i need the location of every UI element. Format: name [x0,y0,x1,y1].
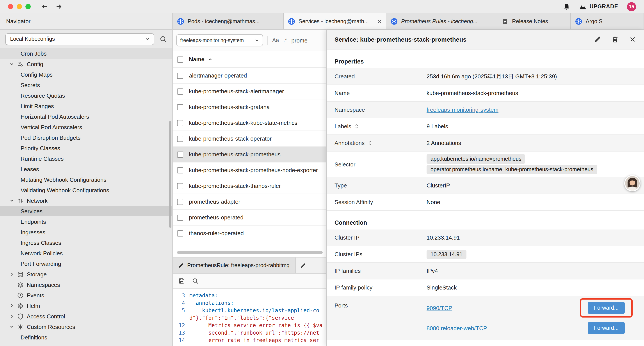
dock-tab-prometheusrule[interactable]: PrometheusRule: freeleaps-prod-rabbitmq [173,258,296,273]
chip-line: app.kubernetes.io/name=prometheus [426,154,636,164]
table-row[interactable]: prometheus-operated [173,210,326,226]
match-case-toggle[interactable]: Aa [272,37,279,43]
notification-count-badge[interactable]: 15 [627,2,636,11]
search-input[interactable] [291,37,322,43]
sidebar-item-pod-disruption-budgets[interactable]: Pod Disruption Budgets [0,132,172,143]
row-checkbox[interactable] [177,183,183,189]
navigator-tree: Cron JobsConfigConfig MapsSecretsResourc… [0,48,172,346]
sidebar-item-ingress-classes[interactable]: Ingress Classes [0,237,172,248]
sidebar-scrollbar[interactable] [169,121,172,228]
sidebar-item-config[interactable]: Config [0,59,172,69]
row-checkbox[interactable] [177,88,183,94]
table-row[interactable]: alertmanager-operated [173,68,326,84]
sidebar-item-network[interactable]: Network [0,195,172,206]
tab-release-notes[interactable]: Release Notes [497,13,571,29]
table-row[interactable]: kube-prometheus-stack-grafana [173,99,326,115]
row-checkbox[interactable] [177,151,183,157]
column-header-name[interactable]: Name [189,56,213,63]
forward-button[interactable]: Forward... [588,322,625,334]
chevron-right-icon [10,314,14,319]
row-checkbox[interactable] [177,72,183,79]
table-row[interactable]: kube-prometheus-stack-kube-state-metrics [173,115,326,131]
kubeconfig-select[interactable]: Local Kubeconfigs [5,33,154,45]
select-all-checkbox[interactable] [177,56,183,62]
sidebar-item-custom-resources[interactable]: Custom Resources [0,322,172,332]
sidebar-item-leases[interactable]: Leases [0,164,172,174]
sidebar-item-vertical-pod-autoscalers[interactable]: Vertical Pod Autoscalers [0,122,172,132]
port-link[interactable]: 8080:reloader-web/TCP [426,325,487,331]
table-row[interactable]: thanos-ruler-operated [173,226,326,241]
close-tab-icon[interactable]: × [376,18,382,24]
sidebar-item-network-policies[interactable]: Network Policies [0,248,172,258]
tab-pods-icecheng-mathmas[interactable]: Pods - icecheng@mathmas... [173,13,284,29]
yaml-editor[interactable]: 3metadata:4 annotations:5 kubectl.kubern… [173,289,326,346]
sidebar-item-resource-quotas[interactable]: Resource Quotas [0,90,172,101]
detail-row-cluster-ips: Cluster IPs10.233.14.91 [326,246,644,263]
close-window-button[interactable] [8,4,13,9]
delete-icon[interactable] [612,36,618,43]
port-row: 9090/TCPForward... [426,298,636,318]
sidebar-item-mutating-webhook-configurations[interactable]: Mutating Webhook Configurations [0,174,172,185]
dock-tab-partial[interactable] [296,258,326,273]
edit-icon[interactable] [594,36,601,43]
table-row[interactable]: kube-prometheus-stack-alertmanager [173,84,326,99]
sidebar-search-icon[interactable] [160,35,167,43]
sidebar-item-priority-classes[interactable]: Priority Classes [0,143,172,153]
notifications-bell-icon[interactable] [563,3,570,10]
sidebar-item-port-forwarding[interactable]: Port Forwarding [0,258,172,269]
namespace-link[interactable]: freeleaps-monitoring-system [426,106,498,113]
upgrade-button[interactable]: UPGRADE [579,3,618,10]
regex-toggle[interactable]: .* [284,37,287,43]
row-checkbox[interactable] [177,136,183,142]
tab-services-icecheng-math[interactable]: Services - icecheng@math...× [284,13,386,29]
table-row[interactable]: prometheus-adapter [173,194,326,210]
sidebar-item-events[interactable]: Events [0,290,172,301]
table-row[interactable]: kube-prometheus-stack-prometheus [173,147,326,162]
table-row[interactable]: kube-prometheus-stack-prometheus-node-ex… [173,162,326,178]
row-checkbox[interactable] [177,230,183,236]
sidebar-item-validating-webhook-configurations[interactable]: Validating Webhook Configurations [0,185,172,195]
row-checkbox[interactable] [177,167,183,173]
maximize-window-button[interactable] [26,4,31,9]
forward-icon[interactable] [55,3,62,10]
table-row[interactable]: kube-prometheus-stack-operator [173,131,326,147]
detail-label-text: Name [334,90,350,96]
row-checkbox[interactable] [177,104,183,110]
horizontal-scrollbar[interactable] [177,251,323,254]
close-panel-icon[interactable] [629,36,636,43]
port-link[interactable]: 9090/TCP [426,305,452,311]
sidebar-item-endpoints[interactable]: Endpoints [0,216,172,227]
sidebar-item-runtime-classes[interactable]: Runtime Classes [0,153,172,164]
row-checkbox[interactable] [177,120,183,126]
forward-button[interactable]: Forward... [588,302,625,314]
tab-prometheus-rules-icecheng[interactable]: Prometheus Rules - icecheng... [386,13,497,29]
sidebar-item-definitions[interactable]: Definitions [0,332,172,343]
expand-toggle-icon[interactable] [354,124,359,129]
row-checkbox[interactable] [177,214,183,221]
sidebar-item-helm[interactable]: Helm [0,301,172,311]
back-icon[interactable] [41,3,48,10]
tab-label: Release Notes [512,18,566,24]
table-row[interactable]: kube-prometheus-stack-thanos-ruler [173,178,326,194]
expand-toggle-icon[interactable] [368,141,372,145]
sidebar-item-horizontal-pod-autoscalers[interactable]: Horizontal Pod Autoscalers [0,111,172,122]
sidebar-item-namespaces[interactable]: Namespaces [0,280,172,290]
sidebar-item-secrets[interactable]: Secrets [0,80,172,90]
sidebar-item-storage[interactable]: Storage [0,269,172,280]
sidebar-item-config-maps[interactable]: Config Maps [0,69,172,80]
namespace-select[interactable]: freeleaps-monitoring-system [176,34,263,46]
save-icon[interactable] [178,278,185,284]
row-checkbox[interactable] [177,199,183,205]
tab-argo-s[interactable]: Argo S [571,13,644,29]
sidebar-item-access-control[interactable]: Access Control [0,311,172,322]
namespaces-icon [17,281,24,288]
user-avatar[interactable] [624,175,640,191]
editor-search-icon[interactable] [192,278,198,284]
detail-label-text: Ports [334,302,348,309]
minimize-window-button[interactable] [17,4,22,9]
sidebar-item-ingresses[interactable]: Ingresses [0,227,172,237]
detail-row-type: TypeClusterIP [326,177,644,194]
sidebar-item-cron-jobs[interactable]: Cron Jobs [0,48,172,59]
sidebar-item-limit-ranges[interactable]: Limit Ranges [0,101,172,111]
sidebar-item-services[interactable]: Services [0,206,172,216]
